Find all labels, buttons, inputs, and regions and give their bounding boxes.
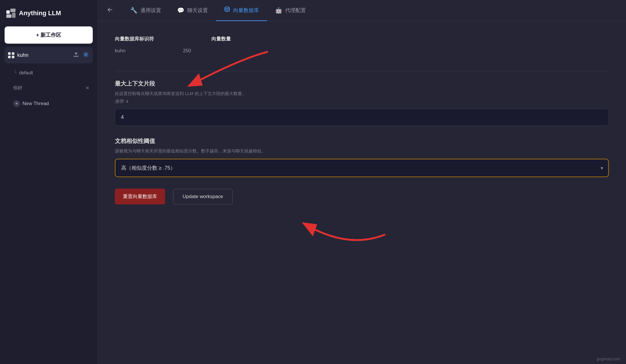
new-workspace-button[interactable]: + 新工作区 — [5, 26, 93, 44]
divider — [115, 71, 609, 71]
tab-vector[interactable]: 向量数据库 — [216, 0, 267, 21]
new-thread-label: New Thread — [22, 101, 49, 107]
new-workspace-label: + 新工作区 — [36, 32, 61, 38]
close-icon[interactable]: ✕ — [86, 85, 89, 91]
workspace-grid-icon — [8, 52, 14, 59]
svg-point-4 — [85, 54, 87, 55]
tab-general[interactable]: 🔧 通用设置 — [122, 1, 169, 21]
wrench-icon: 🔧 — [130, 7, 138, 14]
similarity-title: 文档相似性阈值 — [115, 137, 609, 145]
svg-rect-3 — [12, 13, 16, 18]
settings-icon-button[interactable] — [82, 51, 89, 59]
similarity-select[interactable]: 高（相似度分数 ≥ .75） — [115, 159, 609, 177]
tab-chat-label: 聊天设置 — [187, 7, 208, 14]
svg-rect-1 — [10, 9, 16, 12]
svg-rect-2 — [6, 14, 11, 18]
workspace-name: kuhn — [17, 52, 70, 58]
thread-item-label: 你好 — [13, 85, 22, 91]
main-panel: 🔧 通用设置 💬 聊天设置 向量数据库 🤖 代理配置 向量数据库标识 — [98, 0, 626, 364]
plus-icon: + — [13, 100, 20, 107]
reset-vector-button[interactable]: 重置向量数据库 — [115, 189, 165, 204]
chat-icon: 💬 — [177, 7, 184, 14]
update-workspace-label: Update workspace — [183, 194, 223, 199]
workspace-actions — [73, 51, 89, 59]
sub-item-line-icon: └ — [13, 70, 17, 76]
content-area: 向量数据库标识符 向量数量 kuhn 250 最大上下文片段 此设置控制每次聊天… — [98, 21, 626, 364]
update-workspace-button[interactable]: Update workspace — [173, 189, 233, 204]
tab-vector-label: 向量数据库 — [233, 7, 259, 14]
logo-icon — [6, 8, 16, 18]
similarity-desc: 源被视为与聊天相关所需的最低相似度分数。数字越高，来源与聊天就越相似。 — [115, 148, 609, 154]
similarity-selected-label: 高（相似度分数 ≥ .75） — [121, 164, 175, 171]
sub-item-default[interactable]: └ default — [5, 67, 93, 79]
robot-icon: 🤖 — [275, 7, 282, 14]
col1-header: 向量数据库标识符 — [115, 36, 154, 42]
max-context-title: 最大上下文片段 — [115, 80, 609, 88]
identifier-value: kuhn — [115, 48, 125, 54]
watermark: gugesay.com — [597, 357, 620, 361]
logo-area: Anything LLM — [5, 6, 93, 23]
thread-item-hello[interactable]: 你好 ✕ — [5, 82, 93, 94]
svg-point-5 — [225, 7, 229, 9]
database-icon — [224, 6, 230, 14]
vector-table-row: kuhn 250 — [115, 48, 609, 59]
vector-table-header: 向量数据库标识符 向量数量 — [115, 36, 609, 42]
new-thread-button[interactable]: + New Thread — [5, 97, 93, 110]
workspace-item-kuhn[interactable]: kuhn — [5, 47, 93, 63]
tab-agent-label: 代理配置 — [285, 7, 306, 14]
count-value: 250 — [183, 48, 191, 54]
max-context-hint: 推荐: 4 — [115, 99, 609, 104]
max-context-section: 最大上下文片段 此设置控制每次聊天或查询将发送到 LLM 的上下文片段的最大数量… — [115, 80, 609, 126]
max-context-desc: 此设置控制每次聊天或查询将发送到 LLM 的上下文片段的最大数量。 — [115, 90, 609, 97]
max-context-input[interactable] — [115, 109, 609, 126]
sidebar: Anything LLM + 新工作区 kuhn └ d — [0, 0, 98, 364]
svg-rect-0 — [6, 10, 10, 14]
tab-agent[interactable]: 🤖 代理配置 — [267, 1, 314, 21]
tab-chat[interactable]: 💬 聊天设置 — [169, 1, 216, 21]
col2-header: 向量数量 — [211, 36, 231, 42]
app-title: Anything LLM — [19, 9, 61, 17]
tab-general-label: 通用设置 — [140, 7, 161, 14]
tab-bar: 🔧 通用设置 💬 聊天设置 向量数据库 🤖 代理配置 — [98, 0, 626, 21]
back-button[interactable] — [106, 0, 119, 21]
sub-item-label: default — [19, 70, 33, 75]
action-buttons: 重置向量数据库 Update workspace — [115, 189, 609, 204]
similarity-section: 文档相似性阈值 源被视为与聊天相关所需的最低相似度分数。数字越高，来源与聊天就越… — [115, 137, 609, 177]
similarity-select-wrapper: 高（相似度分数 ≥ .75） ▾ — [115, 159, 609, 177]
reset-vector-label: 重置向量数据库 — [123, 194, 157, 199]
upload-icon-button[interactable] — [73, 51, 80, 59]
